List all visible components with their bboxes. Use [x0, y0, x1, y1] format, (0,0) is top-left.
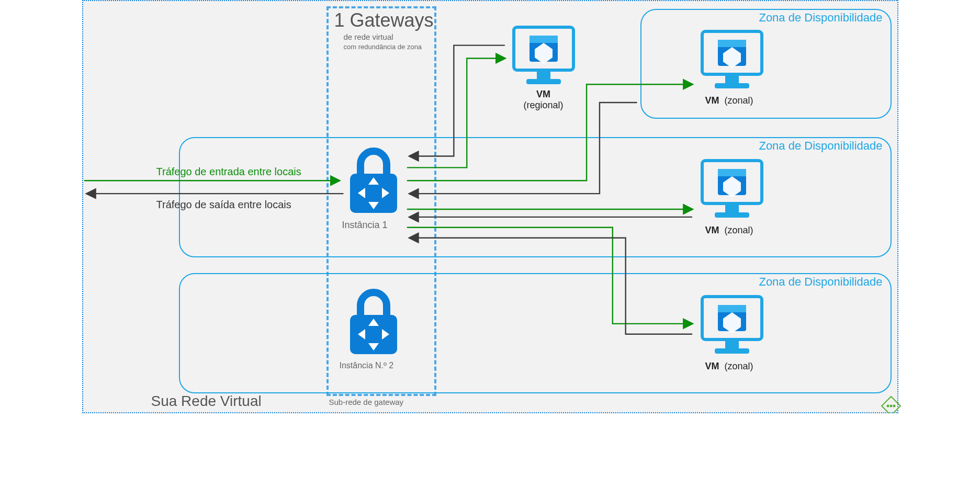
vm-regional-icon	[510, 22, 578, 90]
svg-rect-14	[530, 36, 558, 43]
gateway-instance-2-icon	[342, 286, 405, 359]
vm-regional-label: VM (regional)	[491, 89, 596, 111]
vm-zonal-1-icon	[698, 26, 766, 94]
svg-point-37	[893, 405, 895, 408]
svg-point-36	[889, 405, 892, 408]
vm-zonal-2-sub: (zonal)	[724, 225, 753, 235]
svg-rect-18	[715, 83, 749, 88]
vm-zonal-1-label: VM (zonal)	[677, 95, 782, 106]
svg-rect-30	[715, 348, 749, 354]
gateway-title-line3: com redundância de zona	[344, 43, 422, 51]
svg-rect-26	[718, 169, 746, 176]
svg-point-35	[886, 405, 889, 408]
vm-zonal-1-name: VM	[705, 95, 719, 106]
svg-rect-11	[537, 72, 550, 79]
vm-regional-sub: (regional)	[523, 100, 563, 110]
svg-rect-32	[718, 305, 746, 312]
vm-regional-name: VM	[536, 89, 550, 99]
vm-zonal-3-label: VM (zonal)	[677, 361, 782, 372]
svg-rect-17	[725, 76, 739, 83]
gateway-instance-2-label: Instância N.º 2	[340, 361, 394, 370]
gateway-subnet-label: Sub-rede de gateway	[329, 398, 404, 406]
vm-zonal-3-name: VM	[705, 361, 719, 371]
svg-rect-23	[725, 205, 739, 212]
vm-zonal-1-sub: (zonal)	[724, 95, 753, 106]
virtual-network-label: Sua Rede Virtual	[151, 393, 262, 410]
availability-zone-3-title: Zona de Disponibilidade	[759, 275, 882, 289]
gateway-instance-1-label: Instância 1	[342, 220, 388, 231]
inbound-traffic-label: Tráfego de entrada entre locais	[156, 166, 301, 178]
gateway-title-line2: de rede virtual	[344, 32, 393, 41]
vm-zonal-2-label: VM (zonal)	[677, 225, 782, 236]
vm-zonal-2-name: VM	[705, 225, 719, 235]
svg-rect-24	[715, 212, 749, 218]
svg-rect-12	[526, 79, 561, 84]
availability-zone-3-box: Zona de Disponibilidade	[179, 273, 892, 393]
vm-zonal-3-sub: (zonal)	[724, 361, 753, 371]
vm-zonal-3-icon	[698, 291, 766, 359]
vm-zonal-2-icon	[698, 155, 766, 223]
gateway-title-line1: 1 Gateways	[334, 9, 434, 31]
svg-rect-29	[725, 341, 739, 348]
outbound-traffic-label: Tráfego de saída entre locais	[156, 199, 291, 211]
availability-zone-2-title: Zona de Disponibilidade	[759, 139, 882, 153]
virtual-network-container: 1 Gateways de rede virtual com redundânc…	[82, 0, 898, 413]
availability-zone-1-title: Zona de Disponibilidade	[759, 11, 882, 25]
svg-rect-20	[718, 40, 746, 47]
resize-handle-icon[interactable]	[881, 395, 902, 413]
gateway-instance-1-icon	[342, 145, 405, 218]
availability-zone-2-box: Zona de Disponibilidade	[179, 137, 892, 257]
